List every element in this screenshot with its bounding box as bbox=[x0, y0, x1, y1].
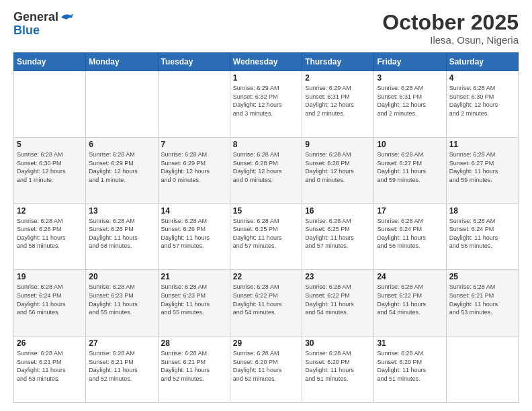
day-info: Sunrise: 6:28 AM Sunset: 6:29 PM Dayligh… bbox=[89, 150, 154, 184]
day-number: 19 bbox=[17, 272, 83, 281]
day-info: Sunrise: 6:28 AM Sunset: 6:28 PM Dayligh… bbox=[305, 150, 371, 184]
col-monday: Monday bbox=[86, 53, 158, 71]
col-wednesday: Wednesday bbox=[230, 53, 302, 71]
day-info: Sunrise: 6:28 AM Sunset: 6:21 PM Dayligh… bbox=[17, 349, 83, 383]
day-number: 17 bbox=[377, 206, 443, 216]
day-number: 1 bbox=[233, 73, 299, 83]
day-number: 10 bbox=[377, 140, 443, 149]
calendar-week-1: 1Sunrise: 6:29 AM Sunset: 6:32 PM Daylig… bbox=[14, 71, 519, 138]
day-number: 8 bbox=[233, 140, 299, 149]
logo-blue: Blue bbox=[13, 24, 40, 38]
table-row: 14Sunrise: 6:28 AM Sunset: 6:26 PM Dayli… bbox=[158, 203, 230, 270]
day-info: Sunrise: 6:28 AM Sunset: 6:26 PM Dayligh… bbox=[89, 217, 154, 250]
day-info: Sunrise: 6:28 AM Sunset: 6:27 PM Dayligh… bbox=[377, 150, 443, 184]
table-row: 9Sunrise: 6:28 AM Sunset: 6:28 PM Daylig… bbox=[302, 137, 374, 203]
table-row: 7Sunrise: 6:28 AM Sunset: 6:29 PM Daylig… bbox=[158, 137, 230, 203]
day-number: 29 bbox=[233, 338, 299, 348]
day-info: Sunrise: 6:28 AM Sunset: 6:25 PM Dayligh… bbox=[305, 217, 371, 250]
table-row: 1Sunrise: 6:29 AM Sunset: 6:32 PM Daylig… bbox=[230, 71, 302, 138]
day-number: 24 bbox=[377, 272, 443, 281]
page: General Blue October 2025 Ilesa, Osun, N… bbox=[0, 0, 532, 411]
day-number: 11 bbox=[449, 140, 515, 149]
table-row: 26Sunrise: 6:28 AM Sunset: 6:21 PM Dayli… bbox=[14, 336, 86, 403]
table-row: 13Sunrise: 6:28 AM Sunset: 6:26 PM Dayli… bbox=[86, 203, 158, 270]
table-row: 4Sunrise: 6:28 AM Sunset: 6:30 PM Daylig… bbox=[446, 71, 518, 138]
day-number: 15 bbox=[233, 206, 299, 216]
table-row: 28Sunrise: 6:28 AM Sunset: 6:21 PM Dayli… bbox=[158, 336, 230, 403]
day-info: Sunrise: 6:29 AM Sunset: 6:31 PM Dayligh… bbox=[305, 84, 371, 118]
day-info: Sunrise: 6:28 AM Sunset: 6:28 PM Dayligh… bbox=[233, 150, 299, 184]
logo-general: General bbox=[13, 11, 58, 24]
day-number: 27 bbox=[89, 338, 154, 348]
table-row: 17Sunrise: 6:28 AM Sunset: 6:24 PM Dayli… bbox=[374, 203, 446, 270]
day-number: 6 bbox=[89, 140, 154, 149]
table-row: 30Sunrise: 6:28 AM Sunset: 6:20 PM Dayli… bbox=[302, 336, 374, 403]
day-number: 30 bbox=[305, 338, 371, 348]
day-info: Sunrise: 6:28 AM Sunset: 6:21 PM Dayligh… bbox=[449, 283, 515, 316]
col-tuesday: Tuesday bbox=[158, 53, 230, 71]
col-friday: Friday bbox=[374, 53, 446, 71]
calendar-table: Sunday Monday Tuesday Wednesday Thursday… bbox=[13, 52, 519, 403]
table-row: 24Sunrise: 6:28 AM Sunset: 6:22 PM Dayli… bbox=[374, 270, 446, 336]
table-row: 19Sunrise: 6:28 AM Sunset: 6:24 PM Dayli… bbox=[14, 270, 86, 336]
day-number: 28 bbox=[161, 338, 227, 348]
table-row: 2Sunrise: 6:29 AM Sunset: 6:31 PM Daylig… bbox=[302, 71, 374, 138]
col-saturday: Saturday bbox=[446, 53, 518, 71]
day-info: Sunrise: 6:28 AM Sunset: 6:31 PM Dayligh… bbox=[377, 84, 443, 118]
location: Ilesa, Osun, Nigeria bbox=[382, 34, 519, 46]
day-number: 5 bbox=[17, 140, 83, 149]
day-info: Sunrise: 6:28 AM Sunset: 6:21 PM Dayligh… bbox=[161, 349, 227, 383]
table-row: 25Sunrise: 6:28 AM Sunset: 6:21 PM Dayli… bbox=[446, 270, 518, 336]
table-row: 27Sunrise: 6:28 AM Sunset: 6:21 PM Dayli… bbox=[86, 336, 158, 403]
day-info: Sunrise: 6:28 AM Sunset: 6:22 PM Dayligh… bbox=[233, 283, 299, 316]
day-number: 25 bbox=[449, 272, 515, 281]
table-row: 23Sunrise: 6:28 AM Sunset: 6:22 PM Dayli… bbox=[302, 270, 374, 336]
title-block: October 2025 Ilesa, Osun, Nigeria bbox=[382, 11, 519, 46]
calendar-week-2: 5Sunrise: 6:28 AM Sunset: 6:30 PM Daylig… bbox=[14, 137, 519, 203]
table-row: 22Sunrise: 6:28 AM Sunset: 6:22 PM Dayli… bbox=[230, 270, 302, 336]
table-row: 21Sunrise: 6:28 AM Sunset: 6:23 PM Dayli… bbox=[158, 270, 230, 336]
table-row: 29Sunrise: 6:28 AM Sunset: 6:20 PM Dayli… bbox=[230, 336, 302, 403]
table-row: 16Sunrise: 6:28 AM Sunset: 6:25 PM Dayli… bbox=[302, 203, 374, 270]
table-row: 31Sunrise: 6:28 AM Sunset: 6:20 PM Dayli… bbox=[374, 336, 446, 403]
table-row: 11Sunrise: 6:28 AM Sunset: 6:27 PM Dayli… bbox=[446, 137, 518, 203]
day-number: 2 bbox=[305, 73, 371, 83]
table-row: 18Sunrise: 6:28 AM Sunset: 6:24 PM Dayli… bbox=[446, 203, 518, 270]
day-number: 21 bbox=[161, 272, 227, 281]
col-sunday: Sunday bbox=[14, 53, 86, 71]
table-row: 3Sunrise: 6:28 AM Sunset: 6:31 PM Daylig… bbox=[374, 71, 446, 138]
day-number: 9 bbox=[305, 140, 371, 149]
day-info: Sunrise: 6:28 AM Sunset: 6:20 PM Dayligh… bbox=[305, 349, 371, 383]
day-number: 4 bbox=[449, 73, 515, 83]
calendar-header-row: Sunday Monday Tuesday Wednesday Thursday… bbox=[14, 53, 519, 71]
table-row: 15Sunrise: 6:28 AM Sunset: 6:25 PM Dayli… bbox=[230, 203, 302, 270]
day-info: Sunrise: 6:28 AM Sunset: 6:24 PM Dayligh… bbox=[377, 217, 443, 250]
table-row bbox=[158, 71, 230, 138]
day-number: 18 bbox=[449, 206, 515, 216]
logo: General Blue bbox=[13, 11, 73, 38]
day-info: Sunrise: 6:28 AM Sunset: 6:20 PM Dayligh… bbox=[377, 349, 443, 383]
day-number: 31 bbox=[377, 338, 443, 348]
header: General Blue October 2025 Ilesa, Osun, N… bbox=[13, 11, 519, 46]
day-info: Sunrise: 6:28 AM Sunset: 6:27 PM Dayligh… bbox=[449, 150, 515, 184]
table-row: 5Sunrise: 6:28 AM Sunset: 6:30 PM Daylig… bbox=[14, 137, 86, 203]
table-row bbox=[446, 336, 518, 403]
table-row: 10Sunrise: 6:28 AM Sunset: 6:27 PM Dayli… bbox=[374, 137, 446, 203]
day-info: Sunrise: 6:28 AM Sunset: 6:22 PM Dayligh… bbox=[305, 283, 371, 316]
day-info: Sunrise: 6:28 AM Sunset: 6:29 PM Dayligh… bbox=[161, 150, 227, 184]
month-title: October 2025 bbox=[382, 11, 519, 34]
day-number: 3 bbox=[377, 73, 443, 83]
table-row: 12Sunrise: 6:28 AM Sunset: 6:26 PM Dayli… bbox=[14, 203, 86, 270]
table-row: 6Sunrise: 6:28 AM Sunset: 6:29 PM Daylig… bbox=[86, 137, 158, 203]
day-info: Sunrise: 6:28 AM Sunset: 6:23 PM Dayligh… bbox=[161, 283, 227, 316]
day-info: Sunrise: 6:28 AM Sunset: 6:21 PM Dayligh… bbox=[89, 349, 154, 383]
calendar-week-4: 19Sunrise: 6:28 AM Sunset: 6:24 PM Dayli… bbox=[14, 270, 519, 336]
day-number: 22 bbox=[233, 272, 299, 281]
day-info: Sunrise: 6:29 AM Sunset: 6:32 PM Dayligh… bbox=[233, 84, 299, 118]
table-row bbox=[14, 71, 86, 138]
col-thursday: Thursday bbox=[302, 53, 374, 71]
day-info: Sunrise: 6:28 AM Sunset: 6:24 PM Dayligh… bbox=[17, 283, 83, 316]
day-number: 20 bbox=[89, 272, 154, 281]
day-number: 16 bbox=[305, 206, 371, 216]
day-number: 7 bbox=[161, 140, 227, 149]
